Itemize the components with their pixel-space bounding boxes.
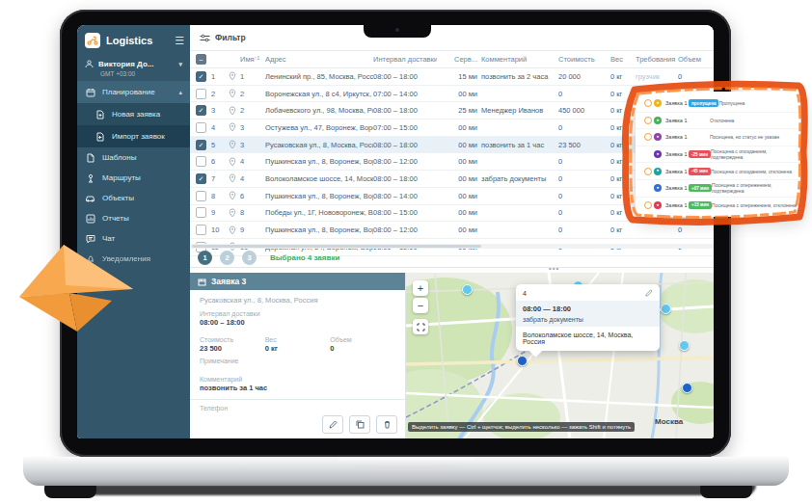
sidebar-item-routes[interactable]: Маршруты xyxy=(77,168,190,188)
pin-icon[interactable] xyxy=(229,89,240,98)
pencil-icon[interactable] xyxy=(645,289,653,297)
pin-icon[interactable] xyxy=(229,71,240,81)
cell-cost: 23 500 xyxy=(558,141,610,149)
legend-row: ● Заявка 1 -45 мин Посещена с опозданием… xyxy=(636,163,803,180)
sidebar-item-planning[interactable]: Планирование ▴ xyxy=(77,81,190,103)
status-badge: -25 мин xyxy=(689,150,711,158)
column-header-comment[interactable]: Комментарий xyxy=(481,55,558,64)
column-header-name[interactable]: Имя↑1 xyxy=(240,55,265,64)
copy-icon xyxy=(356,420,365,429)
pin-icon[interactable] xyxy=(229,173,240,183)
row-checkbox[interactable] xyxy=(196,105,206,116)
pin-icon[interactable] xyxy=(229,106,240,116)
legend-request-label: Заявка 1 xyxy=(665,134,689,140)
page-button-3[interactable]: 3 xyxy=(242,251,257,265)
pin-icon[interactable] xyxy=(229,157,240,167)
table-row[interactable]: 1 1 Ленинский пр., 85, Москва, Россия 08… xyxy=(190,68,714,86)
row-checkbox[interactable] xyxy=(196,71,206,82)
cell-interval: 08:00 – 15:00 xyxy=(373,208,437,217)
pin-icon[interactable] xyxy=(229,122,240,132)
sidebar-item-templates[interactable]: Шаблоны xyxy=(77,147,190,168)
select-all-checkbox[interactable] xyxy=(196,54,206,65)
cell-comment: Менеджер Иванов xyxy=(481,106,558,115)
cell-interval: 08:00 – 12:00 xyxy=(373,157,437,166)
clock-status-icon xyxy=(644,99,652,107)
cell-address: Пушкинская ул., 8, Воронеж, Вор... xyxy=(265,225,373,234)
scrollbar-thumb[interactable] xyxy=(192,245,481,248)
pin-icon[interactable] xyxy=(229,191,240,200)
detail-title: Заявка 3 xyxy=(211,277,246,286)
phone-label: Телефон xyxy=(200,405,395,411)
cell-weight: 0 кг xyxy=(610,157,636,166)
clock-status-icon xyxy=(644,201,652,209)
row-checkbox[interactable] xyxy=(196,140,206,150)
cell-weight: 0 кг xyxy=(610,106,636,115)
row-checkbox[interactable] xyxy=(196,191,206,201)
cell-address: Ленинский пр., 85, Москва, Россия xyxy=(265,72,373,81)
cell-address: Лобачевского ул., 98, Москва, Ро... xyxy=(265,106,373,115)
page-button-2[interactable]: 2 xyxy=(220,251,234,265)
row-checkbox[interactable] xyxy=(196,173,206,184)
cell-name: 4 xyxy=(240,174,265,183)
pin-icon[interactable] xyxy=(229,208,240,218)
row-checkbox[interactable] xyxy=(196,225,206,235)
map-marker[interactable] xyxy=(462,284,473,295)
main-content: Фильтр Имя↑1 Адрес Интервал доставки Сер… xyxy=(190,25,714,438)
row-checkbox[interactable] xyxy=(196,207,206,218)
map-marker-selected[interactable] xyxy=(682,383,692,393)
weight-label: Вес xyxy=(265,336,331,343)
app-logo[interactable]: Logistics ☰ xyxy=(77,25,190,54)
volume-value: 0 xyxy=(330,344,395,353)
map-marker[interactable] xyxy=(679,340,690,351)
pin-icon[interactable] xyxy=(229,225,240,235)
cell-service: 00 ми xyxy=(437,208,481,217)
zoom-out-button[interactable]: − xyxy=(413,298,428,313)
cell-comment: позвонить за 1 час xyxy=(481,141,558,149)
user-menu[interactable]: Виктория До... ▾ GMT +03:00 xyxy=(77,54,190,81)
map-marker[interactable] xyxy=(661,304,671,314)
user-name: Виктория До... xyxy=(98,60,153,68)
column-header-weight[interactable]: Вес xyxy=(610,55,636,64)
map-panel[interactable]: + − 4 xyxy=(406,273,714,438)
map-marker-selected[interactable] xyxy=(517,356,528,366)
cell-name: 3 xyxy=(240,141,265,149)
bottom-split: ••• Заявка 3 Русаковская ул., 8, Москва,… xyxy=(190,267,714,438)
column-header-address[interactable]: Адрес xyxy=(265,55,373,64)
column-header-interval[interactable]: Интервал доставки xyxy=(373,55,437,64)
filter-button[interactable]: Фильтр xyxy=(200,33,246,42)
row-number: 5 xyxy=(211,141,229,149)
map-popup-interval: 08:00 — 18:00 xyxy=(523,305,653,313)
row-number: 4 xyxy=(211,123,229,132)
sidebar-item-reports[interactable]: Отчеты xyxy=(77,208,190,228)
row-checkbox[interactable] xyxy=(196,156,206,167)
cell-cost: 20 000 xyxy=(558,72,610,81)
column-header-service[interactable]: Серв... xyxy=(437,55,481,64)
menu-burger-icon[interactable]: ☰ xyxy=(175,36,184,46)
splitter-handle[interactable]: ••• xyxy=(549,264,559,273)
cell-comment: забрать документы xyxy=(481,174,558,183)
map-city-label: Москва xyxy=(655,417,683,426)
page-button-1[interactable]: 1 xyxy=(198,251,212,265)
table-row[interactable]: 10 9 Пушкинская ул., 8, Воронеж, Вор... … xyxy=(190,222,714,239)
column-header-volume[interactable]: Объем xyxy=(678,55,705,64)
note-label: Примечание xyxy=(200,358,395,364)
sidebar-item-new-request[interactable]: Новая заявка xyxy=(77,103,190,125)
cell-service: 00 ми xyxy=(437,174,481,183)
cell-address: Победы ул., 1Г, Нововоронеж, Во... xyxy=(265,208,373,217)
column-header-requirements[interactable]: Требования xyxy=(636,55,678,64)
row-number: 9 xyxy=(211,208,229,217)
column-header-cost[interactable]: Стоимость xyxy=(558,55,610,64)
fullscreen-button[interactable] xyxy=(413,319,428,334)
cell-weight: 0 кг xyxy=(610,225,636,234)
sidebar-item-objects[interactable]: Объекты xyxy=(77,188,190,208)
zoom-in-button[interactable]: + xyxy=(413,280,428,296)
edit-button[interactable] xyxy=(322,415,343,434)
pin-icon[interactable] xyxy=(229,140,240,149)
duplicate-button[interactable] xyxy=(349,415,370,434)
document-plus-icon xyxy=(95,110,105,119)
row-checkbox[interactable] xyxy=(196,89,206,99)
row-checkbox[interactable] xyxy=(196,122,206,133)
sidebar-item-import-requests[interactable]: Импорт заявок xyxy=(77,125,190,147)
delete-button[interactable] xyxy=(376,415,397,434)
cell-name: 6 xyxy=(240,192,265,200)
